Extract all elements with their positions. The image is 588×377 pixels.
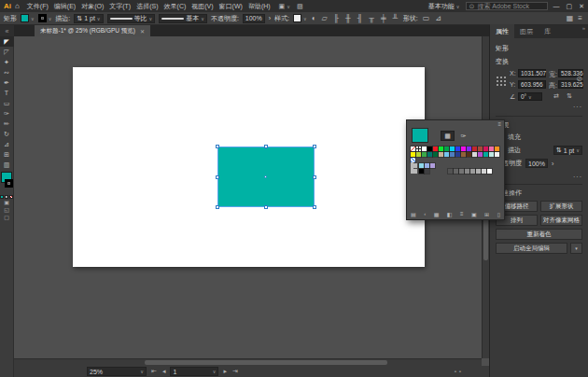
- shape-properties-icon[interactable]: ▭: [422, 14, 431, 22]
- home-icon[interactable]: ⌂: [15, 2, 20, 10]
- last-artboard-icon[interactable]: ⇥: [231, 368, 239, 375]
- stock-search-input[interactable]: ⊙ 搜索 Adobe Stock: [466, 2, 548, 10]
- document-setup-icon[interactable]: ◐: [311, 14, 317, 22]
- menu-item[interactable]: 对象(O): [78, 2, 106, 11]
- global-edit-caret-icon[interactable]: ▾: [570, 243, 582, 254]
- close-button[interactable]: ✕: [579, 3, 584, 10]
- screen-mode-icon[interactable]: ▢: [4, 214, 9, 221]
- flip-vertical-icon[interactable]: ⇅: [567, 92, 572, 100]
- swatch[interactable]: [439, 147, 443, 151]
- swatch[interactable]: [483, 147, 488, 151]
- handle-bottom-center[interactable]: [264, 205, 268, 209]
- transform-more-options[interactable]: ···: [573, 104, 582, 110]
- align-v-top-icon[interactable]: ╥: [368, 14, 376, 22]
- flip-horizontal-icon[interactable]: ⇄: [553, 92, 559, 100]
- swatch-options-icon[interactable]: ≡: [460, 211, 464, 217]
- pencil-tool[interactable]: ✏: [0, 119, 14, 129]
- minimize-button[interactable]: —: [553, 3, 560, 10]
- swatch[interactable]: [416, 152, 421, 157]
- swatch[interactable]: [467, 147, 471, 151]
- selected-rectangle[interactable]: [217, 147, 315, 207]
- stroke-color-chip[interactable]: ∨: [38, 14, 52, 22]
- appearance-more-options[interactable]: ···: [496, 174, 582, 180]
- scale-tool[interactable]: ⊿: [0, 139, 14, 149]
- menu-item[interactable]: 效果(C): [161, 2, 189, 11]
- handle-bottom-right[interactable]: [313, 205, 316, 209]
- document-tab[interactable]: 未标题-1* @ 25% (RGB/GPU 预览) ✕: [35, 25, 150, 36]
- swatch[interactable]: [450, 152, 455, 157]
- toolbar-collapse-icon[interactable]: «: [0, 25, 14, 36]
- swatch[interactable]: [489, 147, 494, 151]
- transform-widget-icon[interactable]: ⊿: [434, 14, 442, 22]
- brush-definition-select[interactable]: 基本 ∨: [159, 14, 207, 23]
- color-mixer-button[interactable]: ✑: [456, 131, 470, 141]
- horizontal-scrollbar[interactable]: [14, 358, 482, 366]
- swatch[interactable]: [454, 169, 458, 174]
- swatch-kinds-icon[interactable]: ◧: [447, 211, 453, 217]
- lasso-tool[interactable]: ∾: [0, 67, 14, 77]
- swatch[interactable]: [419, 163, 424, 168]
- swatch[interactable]: [470, 169, 475, 174]
- align-h-left-icon[interactable]: ╟: [332, 14, 341, 22]
- rotate-tool[interactable]: ↻: [0, 129, 14, 139]
- panel-menu-icon[interactable]: ≡: [578, 14, 582, 22]
- paintbrush-tool[interactable]: ✑: [0, 108, 14, 119]
- menu-item[interactable]: 帮助(H): [245, 2, 273, 11]
- swatch[interactable]: [495, 152, 499, 157]
- menu-item[interactable]: 视图(V): [189, 2, 216, 11]
- selection-tool[interactable]: ◤: [0, 36, 14, 47]
- horizontal-scrollbar-thumb[interactable]: [145, 360, 387, 365]
- swatch[interactable]: [430, 163, 435, 168]
- start-global-edit-button[interactable]: 启动全局编辑: [496, 243, 567, 254]
- swatch[interactable]: [425, 163, 429, 168]
- width-profile-select[interactable]: 等比 ∨: [107, 14, 156, 23]
- swatch[interactable]: [478, 147, 483, 151]
- swatches-view-button[interactable]: ▦: [441, 131, 455, 141]
- graphic-style-chip[interactable]: ∨: [293, 14, 307, 22]
- swatch[interactable]: [459, 169, 464, 174]
- dock-collapse-icon[interactable]: »: [582, 25, 585, 31]
- first-artboard-icon[interactable]: ⇤: [150, 368, 158, 375]
- opacity-panel-icon[interactable]: ›: [269, 15, 271, 21]
- none-mode-button[interactable]: [9, 195, 13, 199]
- rectangle-tool[interactable]: ▭: [0, 98, 14, 108]
- swatch[interactable]: [461, 152, 466, 157]
- gradient-tool[interactable]: ▥: [0, 160, 14, 170]
- swatch[interactable]: [444, 152, 449, 157]
- appearance-opacity-input[interactable]: 100%: [525, 159, 548, 168]
- type-tool[interactable]: T: [0, 88, 14, 98]
- swatch[interactable]: [425, 169, 429, 174]
- swatch[interactable]: [422, 152, 427, 157]
- stroke-swatch[interactable]: [5, 179, 13, 188]
- swatch[interactable]: [465, 169, 469, 174]
- handle-top-center[interactable]: [264, 145, 268, 148]
- quick-action-button[interactable]: 扩展形状: [540, 201, 582, 212]
- magic-wand-tool[interactable]: ✦: [0, 57, 14, 67]
- angle-select[interactable]: 0° ∨: [518, 92, 542, 101]
- handle-middle-left[interactable]: [216, 175, 219, 179]
- swatch[interactable]: [427, 147, 432, 151]
- swatch[interactable]: [444, 147, 449, 151]
- swatch[interactable]: [416, 147, 421, 151]
- new-color-group-icon[interactable]: ▣: [471, 211, 477, 217]
- swatch[interactable]: [427, 152, 432, 157]
- swatch[interactable]: [472, 147, 477, 151]
- tab-close-icon[interactable]: ✕: [140, 28, 145, 35]
- swatch[interactable]: [411, 147, 415, 151]
- popup-menu-icon[interactable]: ≡: [497, 121, 501, 127]
- reference-point-locator[interactable]: [496, 76, 507, 87]
- swatch-libraries-icon[interactable]: ▤: [411, 211, 416, 217]
- new-swatch-icon[interactable]: ⊞: [484, 211, 489, 217]
- swatch[interactable]: [448, 169, 453, 174]
- draw-normal-icon[interactable]: ▣: [4, 199, 9, 206]
- share-document-icon[interactable]: ▨: [297, 3, 303, 10]
- handle-top-left[interactable]: [216, 145, 219, 148]
- direct-selection-tool[interactable]: ◸: [0, 47, 14, 57]
- swatch[interactable]: [422, 147, 427, 151]
- color-group-folder-icon[interactable]: [411, 169, 417, 174]
- zoom-level-select[interactable]: 25% ∨: [87, 367, 147, 376]
- dock-tab[interactable]: 图层: [514, 24, 539, 38]
- recolor-button[interactable]: 重新着色: [496, 229, 582, 240]
- menu-item[interactable]: 窗口(W): [217, 2, 245, 11]
- opacity-panel-icon[interactable]: ›: [552, 161, 553, 167]
